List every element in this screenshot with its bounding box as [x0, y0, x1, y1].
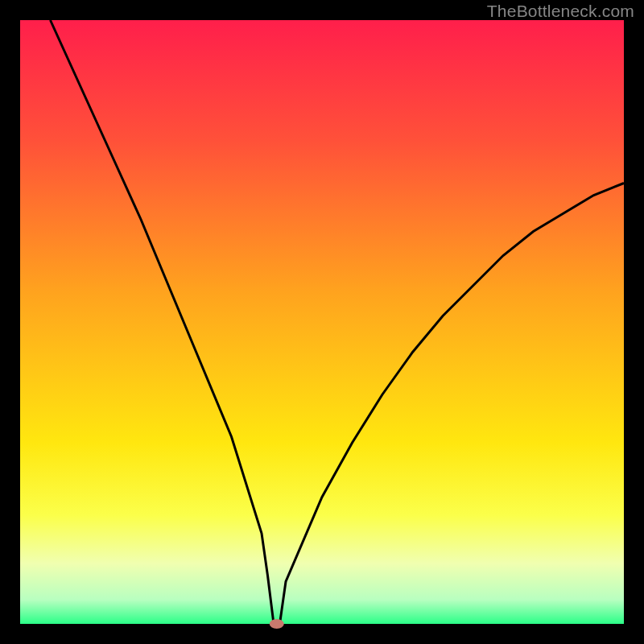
chart-container: TheBottleneck.com	[0, 0, 644, 644]
watermark-text: TheBottleneck.com	[487, 2, 634, 21]
bottleneck-chart	[0, 0, 644, 644]
optimal-point-marker	[270, 619, 284, 629]
plot-background	[20, 20, 624, 624]
